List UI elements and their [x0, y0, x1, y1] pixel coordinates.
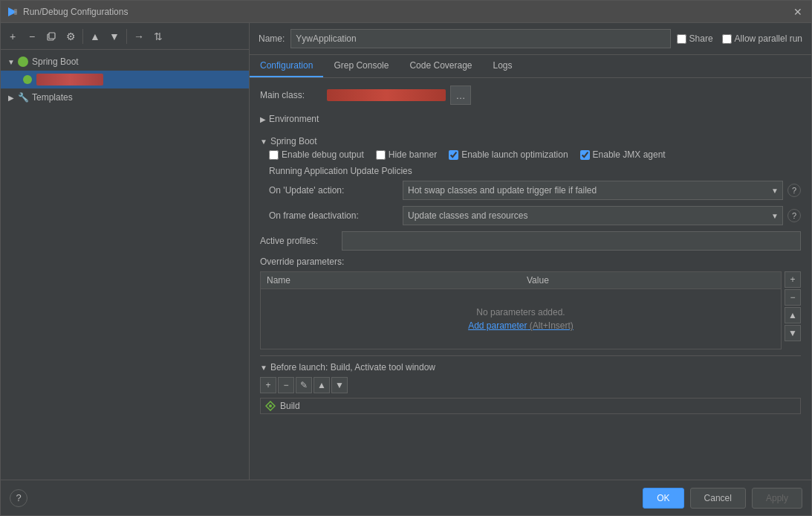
settings-button[interactable]: ⚙ — [62, 28, 79, 45]
tree-area: ▼ Spring Boot ▶ 🔧 Templa — [1, 50, 249, 480]
debug-output-row[interactable]: Enable debug output — [269, 149, 364, 160]
override-params-section: Override parameters: Name Value No param… — [260, 257, 801, 349]
parallel-checkbox-row[interactable]: Allow parallel run — [722, 33, 802, 44]
hide-banner-label: Hide banner — [389, 149, 437, 160]
on-frame-label: On frame deactivation: — [269, 210, 403, 221]
main-class-row: Main class: … — [260, 86, 801, 105]
on-frame-row: On frame deactivation: Update classes an… — [269, 206, 801, 225]
on-update-dropdown-wrapper: Hot swap classes and update trigger file… — [403, 181, 783, 200]
spring-boot-options-row: Enable debug output Hide banner Enable l… — [269, 149, 801, 160]
launch-opt-label: Enable launch optimization — [461, 149, 568, 160]
tab-grep-console[interactable]: Grep Console — [323, 55, 399, 77]
on-update-help-icon[interactable]: ? — [787, 184, 801, 197]
on-frame-dropdown[interactable]: Update classes and resources Update reso… — [403, 206, 783, 225]
params-name-col-header: Name — [261, 272, 521, 288]
params-down-btn[interactable]: ▼ — [785, 325, 801, 341]
params-add-btn[interactable]: + — [785, 271, 801, 288]
on-update-row: On 'Update' action: Hot swap classes and… — [269, 181, 801, 200]
environment-label: Environment — [269, 114, 319, 124]
share-label: Share — [689, 33, 713, 44]
environment-arrow: ▶ — [260, 115, 266, 123]
help-button[interactable]: ? — [10, 489, 27, 507]
active-profiles-input[interactable] — [342, 231, 801, 251]
add-button[interactable]: + — [4, 28, 22, 45]
arrow-down-button[interactable]: ▼ — [105, 28, 123, 45]
params-up-btn[interactable]: ▲ — [785, 307, 801, 323]
before-launch-label: Before launch: Build, Activate tool wind… — [270, 362, 435, 373]
before-launch-section: ▼ Before launch: Build, Activate tool wi… — [260, 355, 801, 414]
before-launch-arrow: ▼ — [260, 364, 267, 372]
jmx-agent-checkbox[interactable] — [580, 150, 590, 160]
tab-configuration[interactable]: Configuration — [250, 55, 323, 77]
no-params-text: No parameters added. — [476, 307, 565, 317]
spring-boot-content: Enable debug output Hide banner Enable l… — [260, 149, 801, 225]
parallel-checkbox[interactable] — [722, 34, 732, 44]
add-param-link[interactable]: Add parameter (Alt+Insert) — [468, 320, 574, 331]
copy-button[interactable] — [42, 28, 60, 45]
tabs-bar: Configuration Grep Console Code Coverage… — [250, 55, 811, 78]
share-area: Share Allow parallel run — [677, 33, 802, 44]
hide-banner-checkbox[interactable] — [376, 150, 386, 160]
name-input[interactable] — [290, 29, 670, 48]
main-class-label: Main class: — [260, 90, 327, 100]
share-checkbox[interactable] — [677, 34, 686, 44]
on-update-dropdown[interactable]: Hot swap classes and update trigger file… — [403, 181, 783, 200]
right-panel: Name: Share Allow parallel run Configura… — [250, 23, 811, 480]
environment-section: ▶ Environment — [260, 111, 801, 127]
apply-button[interactable]: Apply — [752, 488, 802, 509]
on-frame-help-icon[interactable]: ? — [787, 209, 801, 222]
remove-button[interactable]: − — [23, 28, 41, 45]
tab-code-coverage[interactable]: Code Coverage — [399, 55, 482, 77]
update-policies-label: Running Application Update Policies — [269, 166, 801, 176]
before-launch-remove-btn[interactable]: − — [278, 377, 294, 393]
tree-item-app[interactable] — [1, 71, 249, 88]
build-item: Build — [260, 398, 801, 414]
bottom-bar: ? OK Cancel Apply — [1, 480, 811, 515]
dialog-icon — [7, 6, 19, 18]
redacted-app-name — [36, 74, 103, 86]
before-launch-up-btn[interactable]: ▲ — [314, 377, 330, 393]
tree-item-templates[interactable]: ▶ 🔧 Templates — [1, 88, 249, 106]
run-debug-dialog: Run/Debug Configurations ✕ + − ⚙ ▲ ▼ → — [0, 0, 812, 516]
sort-button[interactable]: ⇅ — [149, 28, 167, 45]
ok-button[interactable]: OK — [643, 488, 683, 509]
dialog-title: Run/Debug Configurations — [23, 7, 790, 17]
before-launch-header[interactable]: ▼ Before launch: Build, Activate tool wi… — [260, 362, 801, 373]
before-launch-edit-btn[interactable]: ✎ — [296, 377, 312, 393]
build-label: Build — [280, 401, 300, 411]
tree-arrow-templates: ▶ — [7, 93, 16, 102]
active-profiles-label: Active profiles: — [260, 236, 342, 246]
svg-rect-1 — [14, 9, 17, 15]
on-update-label: On 'Update' action: — [269, 185, 403, 196]
move-button[interactable]: → — [130, 28, 148, 45]
debug-output-label: Enable debug output — [282, 149, 364, 160]
tab-logs[interactable]: Logs — [483, 55, 523, 77]
tree-item-spring-boot[interactable]: ▼ Spring Boot — [1, 53, 249, 71]
params-remove-btn[interactable]: − — [785, 289, 801, 306]
spring-boot-section-header[interactable]: ▼ Spring Boot — [260, 133, 801, 149]
close-button[interactable]: ✕ — [790, 4, 805, 19]
override-params-label: Override parameters: — [260, 257, 801, 267]
active-profiles-row: Active profiles: — [260, 231, 801, 251]
jmx-agent-row[interactable]: Enable JMX agent — [580, 149, 666, 160]
spring-boot-group-icon — [17, 56, 29, 68]
hide-banner-row[interactable]: Hide banner — [376, 149, 437, 160]
before-launch-down-btn[interactable]: ▼ — [331, 377, 348, 393]
templates-label: Templates — [32, 92, 73, 103]
name-row: Name: Share Allow parallel run — [250, 23, 811, 55]
jmx-agent-label: Enable JMX agent — [593, 149, 666, 160]
arrow-up-button[interactable]: ▲ — [86, 28, 104, 45]
main-class-browse-btn[interactable]: … — [450, 86, 471, 105]
launch-opt-checkbox[interactable] — [449, 150, 458, 160]
debug-output-checkbox[interactable] — [269, 150, 279, 160]
before-launch-toolbar: + − ✎ ▲ ▼ — [260, 377, 801, 393]
cancel-button[interactable]: Cancel — [690, 488, 746, 509]
environment-header[interactable]: ▶ Environment — [260, 111, 801, 127]
params-side-btns: + − ▲ ▼ — [785, 271, 801, 349]
build-icon — [265, 401, 276, 411]
params-value-col-header: Value — [521, 272, 781, 288]
share-checkbox-row[interactable]: Share — [677, 33, 713, 44]
tree-arrow-spring-boot: ▼ — [7, 57, 16, 66]
launch-opt-row[interactable]: Enable launch optimization — [449, 149, 568, 160]
before-launch-add-btn[interactable]: + — [260, 377, 276, 393]
